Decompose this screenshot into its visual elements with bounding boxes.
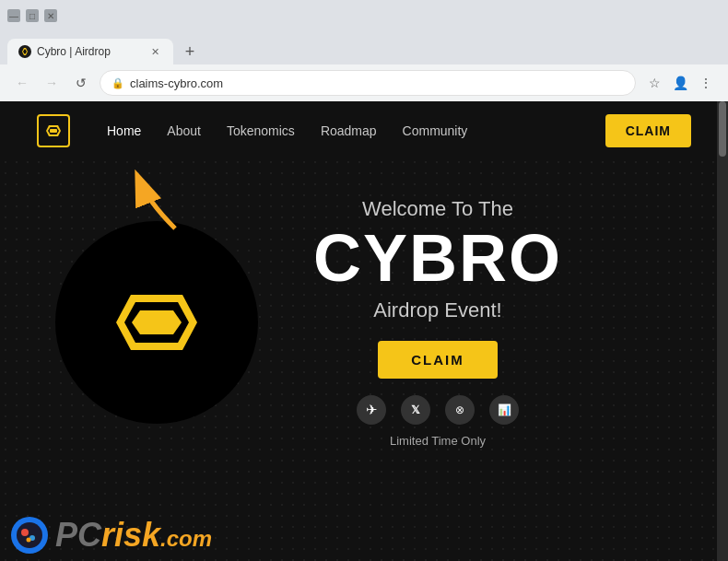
- nav-community[interactable]: Community: [403, 123, 468, 138]
- watermark-logo-svg: [16, 521, 43, 549]
- active-tab[interactable]: Cybro | Airdrop ✕: [7, 39, 173, 64]
- svg-marker-8: [132, 310, 182, 334]
- window-controls: — □ ✕: [7, 9, 57, 22]
- maximize-button[interactable]: □: [26, 9, 39, 22]
- tab-bar: Cybro | Airdrop ✕ +: [0, 31, 728, 64]
- arrow-annotation: [120, 164, 194, 241]
- watermark-com: .com: [160, 526, 212, 551]
- watermark-c: C: [77, 516, 101, 554]
- tab-title: Cybro | Airdrop: [37, 45, 111, 58]
- address-bar-row: ← → ↺ 🔒 claims-cybro.com ☆ 👤 ⋮: [0, 64, 728, 101]
- lock-icon: 🔒: [112, 77, 124, 89]
- hero-title: CYBRO: [313, 225, 562, 291]
- nav-tokenomics[interactable]: Tokenomics: [227, 123, 295, 138]
- twitter-icon[interactable]: 𝕏: [401, 395, 430, 425]
- watermark-text: PCrisk.com: [55, 516, 212, 555]
- toolbar-icons: ☆ 👤 ⋮: [643, 72, 717, 94]
- main-content: Welcome To The CYBRO Airdrop Event! CLAI…: [0, 179, 728, 466]
- scrollbar[interactable]: [717, 101, 728, 561]
- nav-links: Home About Tokenomics Roadmap Community: [107, 123, 605, 138]
- browser-chrome: — □ ✕ Cybro | Airdrop ✕ + ← → ↺ 🔒 claims…: [0, 0, 728, 101]
- svg-rect-5: [50, 129, 57, 133]
- menu-button[interactable]: ⋮: [695, 72, 717, 94]
- url-text: claims-cybro.com: [130, 76, 624, 90]
- new-tab-button[interactable]: +: [177, 39, 203, 64]
- watermark: PCrisk.com: [0, 508, 223, 561]
- scrollbar-thumb[interactable]: [719, 101, 726, 157]
- minimize-button[interactable]: —: [7, 9, 20, 22]
- bookmark-button[interactable]: ☆: [643, 72, 665, 94]
- nav-home[interactable]: Home: [107, 123, 141, 138]
- telegram-icon[interactable]: ✈: [357, 395, 386, 425]
- social-icons: ✈ 𝕏 ⊗ 📊: [357, 395, 519, 425]
- back-button[interactable]: ←: [11, 72, 33, 94]
- svg-point-12: [27, 538, 31, 543]
- address-bar[interactable]: 🔒 claims-cybro.com: [100, 70, 636, 96]
- svg-point-9: [17, 522, 42, 548]
- profile-button[interactable]: 👤: [669, 72, 691, 94]
- navbar: Home About Tokenomics Roadmap Community …: [0, 101, 728, 160]
- nav-about[interactable]: About: [167, 123, 201, 138]
- airdrop-subtitle: Airdrop Event!: [373, 298, 501, 322]
- site-logo[interactable]: [37, 114, 70, 147]
- tab-favicon: [18, 45, 31, 58]
- nav-roadmap[interactable]: Roadmap: [321, 123, 377, 138]
- website-content: Home About Tokenomics Roadmap Community …: [0, 101, 728, 561]
- title-bar: — □ ✕: [0, 0, 728, 31]
- hero-claim-button[interactable]: CLAIM: [378, 341, 498, 379]
- close-button[interactable]: ✕: [44, 9, 57, 22]
- hero-logo-svg: [106, 293, 207, 353]
- tab-close-button[interactable]: ✕: [147, 44, 162, 59]
- chart-icon[interactable]: 📊: [489, 395, 519, 425]
- svg-point-10: [21, 529, 29, 536]
- hero-text-section: Welcome To The CYBRO Airdrop Event! CLAI…: [313, 197, 562, 448]
- limited-time-text: Limited Time Only: [390, 434, 486, 448]
- watermark-pc: P: [55, 516, 77, 554]
- hero-logo-circle: [55, 221, 258, 424]
- reload-button[interactable]: ↺: [70, 72, 92, 94]
- forward-button[interactable]: →: [41, 72, 63, 94]
- welcome-text: Welcome To The: [362, 197, 513, 221]
- watermark-icon: [11, 517, 48, 554]
- nav-claim-button[interactable]: CLAIM: [605, 114, 691, 147]
- watermark-risk: risk: [101, 516, 160, 554]
- discord-icon[interactable]: ⊗: [445, 395, 475, 425]
